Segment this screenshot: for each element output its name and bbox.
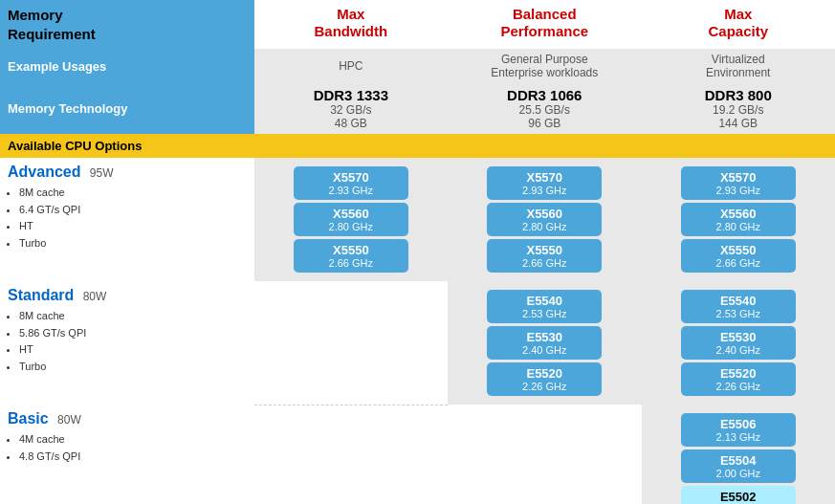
standard-name: Standard	[8, 287, 74, 303]
e5530-bp-chip[interactable]: E5530 2.40 GHz	[487, 326, 602, 360]
basic-specs: 4M cache 4.8 GT/s QPI	[19, 431, 247, 465]
advanced-mc-cell: X5570 2.93 GHz X5560 2.80 GHz X5550 2.66…	[642, 158, 836, 281]
e5540-mc-chip[interactable]: E5540 2.53 GHz	[681, 290, 796, 323]
x5550-mc-chip[interactable]: X5550 2.66 GHz	[681, 239, 796, 273]
x5560-mc-chip[interactable]: X5560 2.80 GHz	[681, 203, 796, 236]
memory-requirement-header: Memory Requirement	[0, 0, 254, 49]
e5506-mc-chip[interactable]: E5506 2.13 GHz	[681, 413, 796, 447]
example-bp-cell: General Purpose Enterprise workloads	[448, 49, 641, 83]
max-capacity-header: Max Capacity	[642, 0, 836, 49]
advanced-specs: 8M cache 6.4 GT/s QPI HT Turbo	[19, 185, 247, 252]
x5570-bw-chip[interactable]: X5570 2.93 GHz	[294, 166, 408, 200]
basic-name: Basic	[8, 410, 49, 427]
memtech-mc-cell: DDR3 800 19.2 GB/s 144 GB	[642, 83, 836, 134]
memory-technology-label: Memory Technology	[0, 83, 254, 134]
standard-watt: 80W	[83, 290, 107, 303]
x5560-bp-chip[interactable]: X5560 2.80 GHz	[487, 203, 602, 236]
example-bw-cell: HPC	[254, 49, 448, 83]
advanced-bw-cell: X5570 2.93 GHz X5560 2.80 GHz X5550 2.66…	[254, 158, 448, 281]
x5560-bw-chip[interactable]: X5560 2.80 GHz	[294, 203, 408, 236]
memtech-bw-cell: DDR3 1333 32 GB/s 48 GB	[254, 83, 448, 134]
advanced-name: Advanced	[8, 164, 80, 180]
standard-specs: 8M cache 5.86 GT/s QPI HT Turbo	[19, 308, 247, 375]
max-bandwidth-header: Max Bandwidth	[254, 0, 448, 49]
advanced-watt: 95W	[90, 166, 114, 180]
cpu-options-mc-empty	[642, 134, 836, 158]
e5520-mc-chip[interactable]: E5520 2.26 GHz	[681, 362, 796, 396]
advanced-bp-cell: X5570 2.93 GHz X5560 2.80 GHz X5550 2.66…	[448, 158, 641, 281]
x5550-bw-chip[interactable]: X5550 2.66 GHz	[294, 239, 408, 273]
balanced-performance-header: Balanced Performance	[448, 0, 641, 49]
standard-label-cell: Standard 80W 8M cache 5.86 GT/s QPI HT T…	[0, 281, 254, 405]
basic-bw-empty	[254, 405, 448, 504]
e5540-bp-chip[interactable]: E5540 2.53 GHz	[487, 290, 602, 323]
standard-bw-empty	[254, 281, 448, 405]
cpu-options-bp-empty	[448, 134, 641, 158]
e5504-mc-chip[interactable]: E5504 2.00 GHz	[681, 449, 796, 483]
basic-mc-cell: E5506 2.13 GHz E5504 2.00 GHz E5502 1.86…	[642, 405, 836, 504]
example-usages-label: Example Usages	[0, 49, 254, 83]
x5570-mc-chip[interactable]: X5570 2.93 GHz	[681, 166, 796, 200]
x5570-bp-chip[interactable]: X5570 2.93 GHz	[487, 166, 602, 200]
e5502-mc-chip[interactable]: E5502 1.86 GHz (2C)	[681, 486, 796, 504]
basic-label-cell: Basic 80W 4M cache 4.8 GT/s QPI	[0, 405, 254, 504]
memtech-bp-cell: DDR3 1066 25.5 GB/s 96 GB	[448, 83, 641, 134]
x5550-bp-chip[interactable]: X5550 2.66 GHz	[487, 239, 602, 273]
e5520-bp-chip[interactable]: E5520 2.26 GHz	[487, 362, 602, 396]
advanced-label-cell: Advanced 95W 8M cache 6.4 GT/s QPI HT Tu…	[0, 158, 254, 281]
available-cpu-label: Available CPU Options	[0, 134, 254, 158]
cpu-options-bw-empty	[254, 134, 448, 158]
basic-watt: 80W	[57, 413, 81, 427]
standard-bp-cell: E5540 2.53 GHz E5530 2.40 GHz E5520 2.26…	[448, 281, 641, 405]
basic-bp-empty	[448, 405, 641, 504]
e5530-mc-chip[interactable]: E5530 2.40 GHz	[681, 326, 796, 360]
example-mc-cell: Virtualized Environment	[642, 49, 836, 83]
standard-mc-cell: E5540 2.53 GHz E5530 2.40 GHz E5520 2.26…	[642, 281, 836, 405]
